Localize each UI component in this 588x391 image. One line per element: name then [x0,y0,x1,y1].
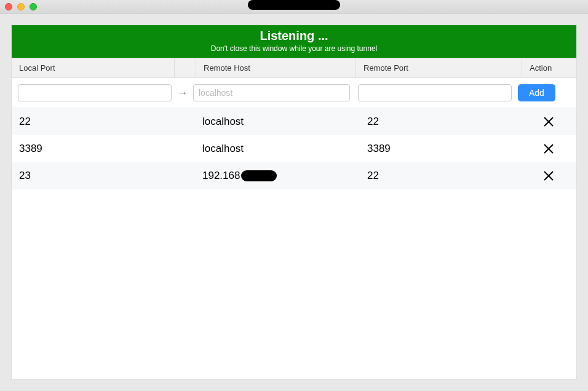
cell-action [527,116,570,127]
cell-local-port: 22 [18,116,202,128]
close-icon[interactable] [543,116,554,127]
status-banner: Listening ... Don't close this window wh… [12,25,576,58]
cell-action [527,143,570,154]
window-maximize-button[interactable] [30,3,37,10]
remote-host-input[interactable] [193,84,350,101]
close-icon[interactable] [543,143,554,154]
column-header-local-port: Local Port [12,58,175,77]
cell-remote-port: 22 [367,170,527,182]
add-button[interactable]: Add [518,84,555,101]
cell-remote-host: localhost [202,143,367,155]
window-content: Listening ... Don't close this window wh… [0,14,588,391]
column-header-action: Action [522,58,576,77]
cell-remote-port: 22 [367,116,527,128]
window-title-redacted [248,0,340,10]
local-port-input[interactable] [18,84,172,101]
table-row: 22localhost22 [12,108,576,135]
table-header: Local Port Remote Host Remote Port Actio… [12,58,576,78]
status-title: Listening ... [12,29,576,43]
tunnel-rows: 22localhost223389localhost338923192.1682… [12,108,576,379]
cell-remote-host: 192.168 [202,170,367,182]
remote-host-text: 192.168 [202,170,240,182]
column-header-remote-host: Remote Host [196,58,356,77]
window-minimize-button[interactable] [17,3,25,10]
cell-local-port: 23 [18,170,202,182]
cell-local-port: 3389 [18,143,202,155]
tunnel-panel: Listening ... Don't close this window wh… [11,25,577,380]
input-row: → Add [12,78,576,108]
column-header-remote-port: Remote Port [356,58,522,77]
status-subtitle: Don't close this window while your are u… [12,44,576,53]
window-close-button[interactable] [5,3,12,10]
table-row: 3389localhost3389 [12,135,576,162]
close-icon[interactable] [543,170,554,181]
cell-remote-port: 3389 [367,143,527,155]
remote-port-input[interactable] [358,84,512,101]
column-header-arrow [175,58,196,77]
cell-action [527,170,570,181]
cell-remote-host: localhost [202,116,367,128]
titlebar [0,0,588,14]
remote-host-redacted [241,170,277,181]
traffic-lights [5,3,37,10]
table-row: 23192.16822 [12,162,576,189]
arrow-icon: → [172,87,193,100]
